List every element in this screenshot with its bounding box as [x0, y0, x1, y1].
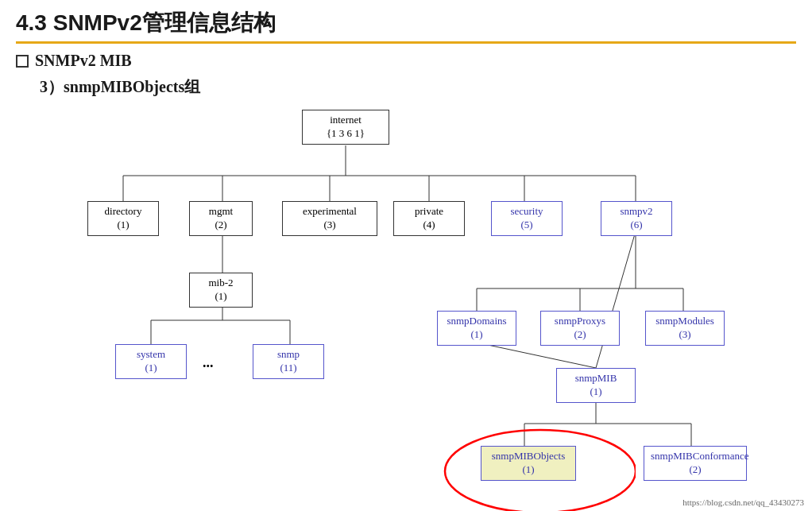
tree-area: internet {1 3 6 1} directory (1) mgmt (2…	[56, 106, 771, 495]
section-title: SNMPv2 MIB	[35, 52, 132, 70]
node-snmpmib: snmpMIB (1)	[556, 368, 636, 403]
node-snmpproxys: snmpProxys (2)	[540, 311, 620, 346]
node-snmpmibobjects: snmpMIBObjects (1)	[481, 446, 576, 481]
subsection-title: 3）snmpMIBObjects组	[40, 76, 796, 98]
node-directory: directory (1)	[87, 201, 159, 236]
node-snmpv2: snmpv2 (6)	[601, 201, 672, 236]
node-mib2: mib-2 (1)	[189, 273, 253, 308]
node-mgmt: mgmt (2)	[189, 201, 253, 236]
watermark: https://blog.csdn.net/qq_43430273	[682, 497, 804, 507]
page-container: 4.3 SNMPv2管理信息结构 SNMPv2 MIB 3）snmpMIBObj…	[0, 0, 812, 511]
svg-line-18	[596, 231, 636, 368]
node-private: private (4)	[393, 201, 465, 236]
node-snmpmibconformance: snmpMIBConformance (2)	[644, 446, 747, 481]
page-title: 4.3 SNMPv2管理信息结构	[16, 8, 276, 38]
title-bar: 4.3 SNMPv2管理信息结构	[16, 8, 796, 44]
tree-lines	[56, 106, 771, 495]
svg-line-19	[477, 343, 596, 368]
ellipsis: ···	[203, 358, 214, 375]
node-snmpmodules: snmpModules (3)	[645, 311, 725, 346]
section-checkbox	[16, 55, 29, 68]
node-security: security (5)	[491, 201, 563, 236]
node-snmpdomains: snmpDomains (1)	[437, 311, 516, 346]
node-system: system (1)	[115, 344, 187, 379]
node-internet: internet {1 3 6 1}	[302, 110, 389, 145]
node-snmp: snmp (11)	[253, 344, 324, 379]
node-experimental: experimental (3)	[282, 201, 377, 236]
section-header: SNMPv2 MIB	[16, 52, 796, 70]
